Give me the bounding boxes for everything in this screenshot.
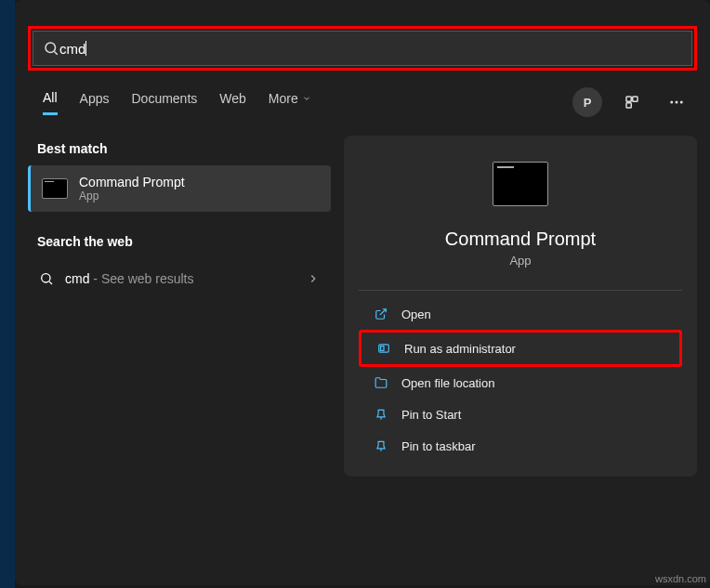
action-open[interactable]: Open xyxy=(359,298,682,330)
svg-point-5 xyxy=(670,101,673,104)
result-command-prompt[interactable]: Command Prompt App xyxy=(28,165,331,212)
web-result-cmd[interactable]: cmd - See web results xyxy=(28,258,331,299)
shield-icon xyxy=(376,341,391,356)
result-subtitle: App xyxy=(79,189,185,203)
search-icon xyxy=(39,271,54,286)
desktop-edge xyxy=(0,0,15,588)
action-label: Open file location xyxy=(401,376,494,390)
svg-point-8 xyxy=(42,274,50,282)
svg-line-10 xyxy=(380,309,386,315)
action-pin-to-start[interactable]: Pin to Start xyxy=(359,399,682,430)
actions-list: Open Run as administrator Open file loca… xyxy=(359,298,682,462)
terminal-icon xyxy=(493,162,548,206)
tab-apps[interactable]: Apps xyxy=(80,91,110,113)
svg-point-0 xyxy=(46,43,56,53)
action-pin-to-taskbar[interactable]: Pin to taskbar xyxy=(359,430,682,462)
action-run-as-administrator[interactable]: Run as administrator xyxy=(359,330,682,367)
svg-point-6 xyxy=(676,101,678,104)
search-highlight: cmd xyxy=(28,26,697,71)
watermark: wsxdn.com xyxy=(655,573,706,584)
web-suffix: - See web results xyxy=(89,271,193,286)
svg-line-1 xyxy=(54,51,57,54)
content-row: Best match Command Prompt App Search the… xyxy=(15,117,710,477)
svg-rect-4 xyxy=(626,103,631,108)
chevron-down-icon xyxy=(302,94,311,103)
action-label: Run as administrator xyxy=(404,342,516,356)
best-match-header: Best match xyxy=(28,136,331,165)
tab-documents[interactable]: Documents xyxy=(131,91,197,113)
more-icon[interactable] xyxy=(662,87,691,117)
web-term: cmd xyxy=(65,271,89,286)
text-cursor xyxy=(85,41,86,56)
open-icon xyxy=(374,307,388,321)
folder-icon xyxy=(374,375,388,390)
header-icons: P xyxy=(572,87,710,117)
action-label: Pin to taskbar xyxy=(401,439,476,453)
action-label: Open xyxy=(401,307,431,321)
chevron-right-icon xyxy=(307,272,320,285)
pin-icon xyxy=(374,438,388,453)
search-icon xyxy=(43,40,59,57)
action-label: Pin to Start xyxy=(401,408,461,422)
svg-line-9 xyxy=(49,281,52,284)
svg-point-7 xyxy=(680,101,683,104)
preview-pane: Command Prompt App Open Run as administr… xyxy=(344,136,697,477)
terminal-icon xyxy=(42,178,68,199)
preview-subtitle: App xyxy=(509,254,531,268)
result-title: Command Prompt xyxy=(79,175,185,189)
filter-tabs: All Apps Documents Web More xyxy=(15,87,339,117)
results-list: Best match Command Prompt App Search the… xyxy=(28,136,331,477)
tab-all[interactable]: All xyxy=(43,90,58,115)
search-bar[interactable]: cmd xyxy=(33,31,692,66)
tab-more[interactable]: More xyxy=(269,91,311,113)
action-open-file-location[interactable]: Open file location xyxy=(359,367,682,399)
preview-title: Command Prompt xyxy=(445,229,596,250)
svg-rect-3 xyxy=(633,97,638,101)
tab-web[interactable]: Web xyxy=(219,91,246,113)
svg-rect-2 xyxy=(626,97,631,101)
user-avatar[interactable]: P xyxy=(572,87,602,117)
search-web-header: Search the web xyxy=(28,229,331,258)
search-input-text[interactable]: cmd xyxy=(59,41,85,57)
pin-icon xyxy=(374,407,388,422)
svg-rect-12 xyxy=(381,346,385,351)
rewards-icon[interactable] xyxy=(617,87,647,117)
header-row: All Apps Documents Web More P xyxy=(15,87,710,117)
divider xyxy=(359,290,682,291)
search-panel: cmd All Apps Documents Web More P Best m… xyxy=(15,0,710,585)
